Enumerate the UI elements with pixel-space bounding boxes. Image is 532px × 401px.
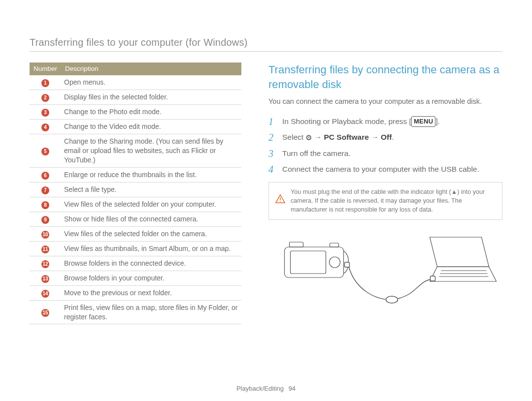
table-header-description: Description bbox=[61, 62, 241, 75]
step-text: Select bbox=[282, 133, 305, 141]
svg-point-4 bbox=[330, 257, 340, 268]
row-desc: Enlarge or reduce the thumbnails in the … bbox=[61, 167, 241, 182]
row-number-badge: 9 bbox=[41, 216, 49, 224]
step-item: Turn off the camera. bbox=[268, 148, 502, 159]
row-number-badge: 5 bbox=[41, 148, 49, 155]
row-number-badge: 8 bbox=[41, 201, 49, 209]
row-desc: Change to the Photo edit mode. bbox=[61, 105, 241, 120]
page-section-title: Transferring files to your computer (for… bbox=[30, 37, 502, 52]
row-desc: View files of the selected folder on you… bbox=[61, 197, 241, 212]
table-row: 1Open menus. bbox=[30, 75, 241, 90]
row-desc: Browse folders in your computer. bbox=[61, 271, 241, 285]
table-row: 10View files of the selected folder on t… bbox=[30, 226, 241, 241]
section-heading: Transferring files by connecting the cam… bbox=[268, 62, 502, 92]
svg-rect-6 bbox=[330, 243, 339, 247]
row-desc: Open menus. bbox=[61, 75, 241, 90]
svg-rect-12 bbox=[345, 262, 350, 267]
table-row: 11View files as thumbnails, in Smart Alb… bbox=[30, 241, 241, 256]
row-desc: Show or hide files of the connected came… bbox=[61, 212, 241, 226]
svg-rect-2 bbox=[285, 247, 344, 278]
svg-point-1 bbox=[280, 201, 281, 202]
row-number-badge: 13 bbox=[41, 275, 49, 283]
row-number-badge: 7 bbox=[41, 186, 49, 194]
step-text: Turn off the camera. bbox=[282, 148, 351, 159]
step-text: In Shooting or Playback mode, press [ bbox=[282, 117, 411, 125]
row-number-badge: 3 bbox=[41, 109, 49, 117]
row-desc: View files of the selected folder on the… bbox=[61, 226, 241, 241]
page-footer: Playback/Editing 94 bbox=[0, 385, 532, 392]
row-number-badge: 12 bbox=[41, 260, 49, 268]
row-number-badge: 15 bbox=[41, 309, 49, 317]
step-text: ]. bbox=[435, 117, 440, 125]
row-desc: Display files in the selected folder. bbox=[61, 90, 241, 105]
row-desc: Move to the previous or next folder. bbox=[61, 285, 241, 300]
step-text: . bbox=[392, 133, 394, 141]
row-desc: Change to the Sharing mode. (You can sen… bbox=[61, 134, 241, 168]
table-row: 9Show or hide files of the connected cam… bbox=[30, 212, 241, 226]
table-row: 7Select a file type. bbox=[30, 182, 241, 197]
row-number-badge: 1 bbox=[41, 79, 49, 87]
step-item: Connect the camera to your computer with… bbox=[268, 163, 502, 175]
row-number-badge: 11 bbox=[41, 246, 49, 253]
row-number-badge: 6 bbox=[41, 172, 49, 180]
table-row: 14Move to the previous or next folder. bbox=[30, 285, 241, 300]
row-desc: Browse folders in the connected device. bbox=[61, 256, 241, 271]
step-text: → bbox=[312, 133, 324, 141]
table-row: 5Change to the Sharing mode. (You can se… bbox=[30, 134, 241, 168]
row-desc: Change to the Video edit mode. bbox=[61, 120, 241, 134]
table-row: 3Change to the Photo edit mode. bbox=[30, 105, 241, 120]
gear-icon: ⚙ bbox=[305, 132, 312, 144]
row-number-badge: 14 bbox=[41, 290, 49, 298]
table-row: 8View files of the selected folder on yo… bbox=[30, 197, 241, 212]
svg-rect-14 bbox=[431, 276, 435, 281]
table-row: 4Change to the Video edit mode. bbox=[30, 120, 241, 134]
step-text: Connect the camera to your computer with… bbox=[282, 163, 479, 175]
row-desc: Select a file type. bbox=[61, 182, 241, 197]
step-item: In Shooting or Playback mode, press [MEN… bbox=[268, 116, 502, 127]
table-row: 6Enlarge or reduce the thumbnails in the… bbox=[30, 167, 241, 182]
table-row: 12Browse folders in the connected device… bbox=[30, 256, 241, 271]
menu-button-label: MENU bbox=[411, 116, 435, 127]
step-list: In Shooting or Playback mode, press [MEN… bbox=[268, 116, 502, 175]
table-row: 2Display files in the selected folder. bbox=[30, 90, 241, 105]
footer-section: Playback/Editing bbox=[236, 385, 284, 392]
step-text: → bbox=[369, 133, 381, 141]
section-intro: You can connect the camera to your compu… bbox=[268, 96, 502, 107]
row-number-badge: 2 bbox=[41, 94, 49, 102]
warning-icon bbox=[275, 193, 286, 209]
footer-page-number: 94 bbox=[289, 385, 296, 392]
table-row: 15Print files, view files on a map, stor… bbox=[30, 300, 241, 324]
row-desc: View files as thumbnails, in Smart Album… bbox=[61, 241, 241, 256]
camera-usb-laptop-illustration bbox=[268, 230, 502, 313]
table-row: 13Browse folders in your computer. bbox=[30, 271, 241, 285]
step-bold: Off bbox=[381, 133, 392, 141]
svg-rect-3 bbox=[291, 251, 326, 274]
row-desc: Print files, view files on a map, store … bbox=[61, 300, 241, 324]
svg-rect-5 bbox=[290, 242, 303, 247]
caution-text: You must plug the end of the cable with … bbox=[291, 188, 485, 214]
number-description-table: Number Description 1Open menus. 2Display… bbox=[30, 62, 241, 324]
step-bold: PC Software bbox=[324, 133, 369, 141]
step-item: Select ⚙ → PC Software → Off. bbox=[268, 131, 502, 144]
table-header-number: Number bbox=[30, 62, 61, 75]
row-number-badge: 4 bbox=[41, 123, 49, 131]
row-number-badge: 10 bbox=[41, 231, 49, 239]
caution-note: You must plug the end of the cable with … bbox=[268, 182, 502, 220]
